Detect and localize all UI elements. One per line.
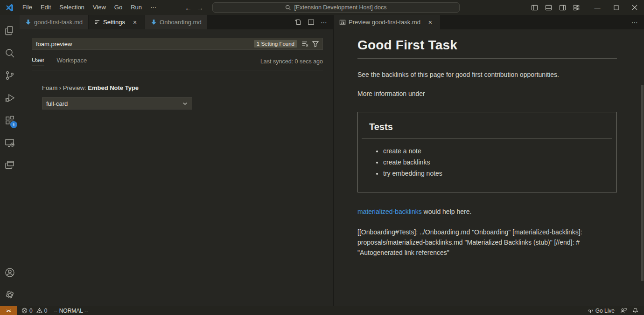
title-divider (357, 58, 617, 59)
go-live-label: Go Live (595, 308, 615, 314)
tabstrip-left: good-first-task.md Settings × Onboarding… (20, 15, 333, 29)
toggle-panel-icon[interactable] (542, 1, 554, 14)
more-actions-icon[interactable]: ⋯ (629, 17, 640, 28)
tabstrip-right: Preview good-first-task.md × ⋯ (334, 15, 644, 29)
status-bar: >< 0 0 -- NORMAL -- Go Live (0, 306, 644, 315)
tab-preview-good-first-task[interactable]: Preview good-first-task.md × (334, 15, 441, 29)
activity-bar: 1 (0, 15, 20, 306)
accounts-button[interactable] (0, 261, 20, 284)
scope-tab-workspace[interactable]: Workspace (56, 57, 87, 66)
run-debug-icon (4, 92, 15, 103)
settings-editor: foam.preview 1 Setting Found User Worksp… (20, 29, 333, 306)
materialized-backlinks-link[interactable]: materialized-backlinks (357, 208, 422, 215)
tab-label: Settings (103, 19, 125, 26)
warning-icon (36, 308, 42, 314)
scope-tab-user[interactable]: User (32, 56, 44, 66)
error-icon (21, 308, 28, 314)
activity-source-control[interactable] (0, 64, 20, 87)
history-nav: ← → (185, 0, 203, 15)
menu-run[interactable]: Run (126, 2, 146, 13)
vscode-window: File Edit Selection View Go Run ⋯ ← → [E… (0, 0, 644, 315)
menu-view[interactable]: View (89, 2, 110, 13)
link-references-text: [[Onboarding#Tests]: ../Onboarding.md "O… (357, 227, 617, 258)
problems-status[interactable]: 0 0 (21, 308, 47, 314)
more-actions-icon[interactable]: ⋯ (318, 17, 329, 28)
list-item: try embedding notes (383, 170, 605, 177)
activity-remote-explorer[interactable] (0, 131, 20, 154)
link-tail-text: would help here. (422, 208, 472, 215)
activity-extensions[interactable]: 1 (0, 109, 20, 131)
feedback-person-icon (620, 308, 627, 314)
setting-name: Embed Note Type (88, 84, 139, 91)
setting-item-embed-note-type: Foam › Preview: Embed Note Type full-car… (42, 84, 333, 110)
preview-paragraph: See the backlinks of this page for good … (357, 71, 617, 78)
menu-file[interactable]: File (18, 2, 36, 13)
settings-list-icon (94, 19, 100, 25)
warning-count: 0 (44, 308, 48, 314)
feedback-button[interactable] (620, 308, 627, 314)
broadcast-icon (588, 308, 594, 314)
vim-mode-indicator[interactable]: -- NORMAL -- (54, 308, 88, 314)
maximize-button[interactable] (607, 0, 625, 15)
account-icon (4, 267, 15, 278)
list-item: create a note (383, 147, 605, 155)
remote-indicator[interactable]: >< (0, 306, 17, 315)
editor-group-right: Preview good-first-task.md × ⋯ Good Firs… (334, 15, 644, 306)
clear-settings-filter-icon[interactable] (300, 39, 310, 49)
tests-heading: Tests (369, 122, 605, 132)
open-preview-icon (339, 19, 346, 26)
selected-option: full-card (46, 100, 182, 107)
close-window-button[interactable] (625, 0, 644, 15)
activity-search[interactable] (0, 42, 20, 64)
activity-explorer[interactable] (0, 20, 20, 42)
editor-actions-right: ⋯ (629, 15, 644, 29)
tab-settings[interactable]: Settings × (89, 15, 145, 29)
close-tab-icon[interactable]: × (131, 18, 139, 27)
activity-windows[interactable] (0, 154, 20, 176)
tests-divider (362, 138, 612, 139)
menu-go[interactable]: Go (110, 2, 126, 13)
vscode-logo-icon (6, 4, 14, 12)
tab-label: Preview good-first-task.md (349, 19, 420, 26)
menubar: File Edit Selection View Go Run ⋯ (18, 0, 161, 15)
activity-run-debug[interactable] (0, 87, 20, 109)
menu-selection[interactable]: Selection (55, 2, 88, 13)
back-arrow-icon[interactable]: ← (185, 4, 192, 12)
gear-icon (4, 289, 15, 301)
notifications-button[interactable] (632, 308, 638, 314)
toggle-sidebar-icon[interactable] (528, 1, 540, 14)
markdown-icon (151, 19, 157, 25)
customize-layout-icon[interactable] (570, 1, 582, 14)
remote-icon: >< (7, 308, 11, 313)
bell-icon (632, 308, 638, 314)
preview-scrollbar[interactable] (641, 85, 644, 281)
chevron-down-icon (182, 101, 188, 107)
tab-onboarding[interactable]: Onboarding.md (145, 15, 208, 29)
source-control-icon (4, 70, 15, 81)
editor-actions-left: ⋯ (292, 15, 333, 29)
open-settings-json-icon[interactable] (292, 17, 303, 28)
split-editor-icon[interactable] (305, 17, 316, 28)
menu-edit[interactable]: Edit (36, 2, 55, 13)
embed-note-type-select[interactable]: full-card (42, 97, 192, 110)
files-icon (4, 25, 15, 36)
settings-gear-button[interactable] (0, 284, 20, 306)
go-live-button[interactable]: Go Live (588, 308, 615, 314)
tab-label: Onboarding.md (160, 19, 202, 26)
remote-explorer-icon (4, 137, 15, 148)
editor-group-left: good-first-task.md Settings × Onboarding… (20, 15, 334, 306)
command-center[interactable]: [Extension Development Host] docs (212, 2, 460, 13)
search-icon (4, 48, 15, 59)
minimize-button[interactable]: — (588, 0, 607, 15)
tab-good-first-task[interactable]: good-first-task.md (20, 15, 89, 29)
settings-search-input[interactable]: foam.preview 1 Setting Found (32, 38, 323, 50)
toggle-secondary-sidebar-icon[interactable] (556, 1, 568, 14)
tests-list: create a note create backlinks try embed… (369, 147, 605, 177)
forward-arrow-icon[interactable]: → (196, 4, 203, 12)
titlebar: File Edit Selection View Go Run ⋯ ← → [E… (0, 0, 644, 15)
filter-funnel-icon[interactable] (310, 39, 321, 49)
settings-count-badge: 1 Setting Found (254, 40, 297, 48)
menu-more-icon[interactable]: ⋯ (146, 2, 161, 13)
last-synced-label: Last synced: 0 secs ago (260, 58, 323, 65)
close-tab-icon[interactable]: × (426, 18, 434, 27)
